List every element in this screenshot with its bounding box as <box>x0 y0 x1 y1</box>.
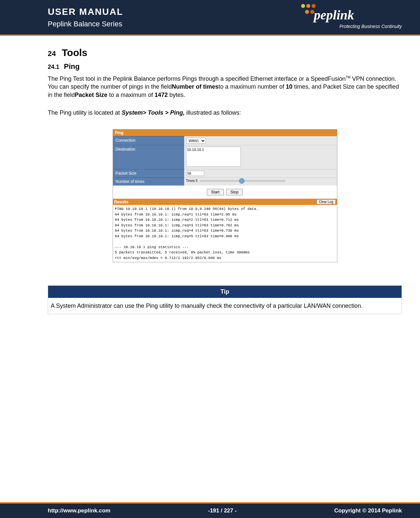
subsection-title: Ping <box>64 62 80 71</box>
document-page: USER MANUAL Peplink Balance Series pepli… <box>0 0 420 518</box>
ping-header: Ping <box>113 130 337 136</box>
results-header: Results Clear Log <box>113 199 337 205</box>
manual-title: USER MANUAL <box>48 7 123 17</box>
footer-copyright: Copyright © 2014 Peplink <box>334 507 402 514</box>
tip-box: Tip A System Administrator can use the P… <box>48 285 402 314</box>
footer-bar: http://www.peplink.com -191 / 227 - Copy… <box>0 502 420 518</box>
connection-select[interactable]: WAN1 <box>186 138 206 144</box>
footer-url: http://www.peplink.com <box>48 507 110 514</box>
destination-row: Destination 10.10.10.1 <box>113 145 337 169</box>
number-times-row: Number of times Times 5 <box>113 177 337 186</box>
section-title: Tools <box>62 47 87 58</box>
subsection-heading: 24.1Ping <box>48 62 402 71</box>
results-label: Results <box>114 200 128 204</box>
section-number: 24 <box>48 49 56 58</box>
manual-subtitle: Peplink Balance Series <box>48 20 123 28</box>
ping-tool-screenshot: Ping Connection WAN1 Destination 10.10.1… <box>113 129 337 262</box>
packet-size-input[interactable] <box>186 171 204 176</box>
footer-page: -191 / 227 - <box>208 507 237 514</box>
footer-navy: http://www.peplink.com -191 / 227 - Copy… <box>0 504 420 518</box>
connection-label: Connection <box>113 136 184 145</box>
header-divider <box>0 35 420 36</box>
brand-logo: peplink Protecting Business Continuity <box>283 3 402 35</box>
header-navy-bg: USER MANUAL Peplink Balance Series pepli… <box>0 0 420 35</box>
results-output: PING 10.10.10.1 (10.10.10.1) from 10.8.8… <box>113 205 337 262</box>
slider-thumb-icon[interactable] <box>239 178 244 184</box>
times-slider[interactable] <box>200 180 285 182</box>
destination-label: Destination <box>113 145 184 169</box>
paragraph-1: The Ping Test tool in the Peplink Balanc… <box>48 75 402 99</box>
brand-tagline: Protecting Business Continuity <box>339 24 402 29</box>
tip-header: Tip <box>48 286 402 298</box>
subsection-number: 24.1 <box>48 64 59 70</box>
number-times-label: Number of times <box>113 177 184 186</box>
packet-size-row: Packet Size <box>113 169 337 177</box>
section-heading: 24Tools <box>48 47 402 58</box>
start-button[interactable]: Start <box>207 189 224 195</box>
connection-row: Connection WAN1 <box>113 136 337 145</box>
tip-body: A System Administrator can use the Ping … <box>48 298 402 314</box>
destination-input[interactable]: 10.10.10.1 <box>186 147 241 167</box>
stop-button[interactable]: Stop <box>226 189 243 195</box>
ping-buttons-row: Start Stop <box>113 186 337 199</box>
brand-name: peplink <box>314 7 354 23</box>
packet-size-label: Packet Size <box>113 169 184 177</box>
paragraph-2: The Ping utility is located at System> T… <box>48 109 402 117</box>
header-bar: USER MANUAL Peplink Balance Series pepli… <box>0 0 420 43</box>
times-value: Times 5 <box>186 179 198 183</box>
header-title-block: USER MANUAL Peplink Balance Series <box>48 7 123 28</box>
page-content: 24Tools 24.1Ping The Ping Test tool in t… <box>48 44 402 314</box>
clear-log-button[interactable]: Clear Log <box>317 199 335 204</box>
